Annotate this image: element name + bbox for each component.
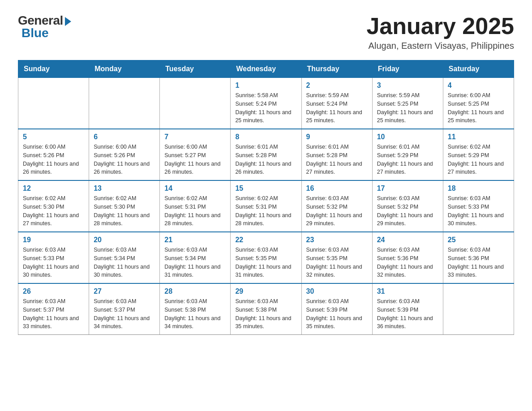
day-info: Sunrise: 6:00 AM Sunset: 5:26 PM Dayligh… — [94, 143, 155, 176]
calendar-cell: 24Sunrise: 6:03 AM Sunset: 5:36 PM Dayli… — [372, 232, 443, 283]
day-number: 2 — [306, 81, 368, 90]
day-info: Sunrise: 6:01 AM Sunset: 5:28 PM Dayligh… — [306, 143, 368, 176]
day-number: 30 — [306, 287, 368, 295]
calendar-header-sunday: Sunday — [18, 60, 89, 78]
calendar-cell: 31Sunrise: 6:03 AM Sunset: 5:39 PM Dayli… — [372, 283, 443, 335]
calendar-cell: 21Sunrise: 6:03 AM Sunset: 5:34 PM Dayli… — [160, 232, 231, 283]
calendar-cell: 16Sunrise: 6:03 AM Sunset: 5:32 PM Dayli… — [301, 180, 372, 232]
day-info: Sunrise: 6:02 AM Sunset: 5:31 PM Dayligh… — [164, 194, 226, 228]
day-number: 27 — [94, 287, 155, 295]
calendar-table: SundayMondayTuesdayWednesdayThursdayFrid… — [18, 60, 514, 335]
day-number: 1 — [235, 81, 296, 90]
title-section: January 2025 Alugan, Eastern Visayas, Ph… — [366, 13, 514, 51]
calendar-cell: 5Sunrise: 6:00 AM Sunset: 5:26 PM Daylig… — [18, 129, 89, 180]
calendar-cell — [18, 78, 89, 129]
day-info: Sunrise: 6:01 AM Sunset: 5:29 PM Dayligh… — [377, 143, 438, 176]
calendar-cell — [89, 78, 160, 129]
day-info: Sunrise: 6:03 AM Sunset: 5:38 PM Dayligh… — [235, 297, 296, 331]
day-info: Sunrise: 6:03 AM Sunset: 5:32 PM Dayligh… — [377, 194, 438, 228]
day-number: 21 — [164, 236, 226, 244]
calendar-cell: 30Sunrise: 6:03 AM Sunset: 5:39 PM Dayli… — [301, 283, 372, 335]
calendar-header-tuesday: Tuesday — [160, 60, 231, 78]
calendar-week-row: 19Sunrise: 6:03 AM Sunset: 5:33 PM Dayli… — [18, 232, 514, 283]
calendar-header-row: SundayMondayTuesdayWednesdayThursdayFrid… — [18, 60, 514, 78]
calendar-cell: 13Sunrise: 6:02 AM Sunset: 5:30 PM Dayli… — [89, 180, 160, 232]
calendar-cell: 10Sunrise: 6:01 AM Sunset: 5:29 PM Dayli… — [372, 129, 443, 180]
day-number: 14 — [164, 184, 226, 193]
day-number: 3 — [377, 81, 438, 90]
calendar-cell: 3Sunrise: 5:59 AM Sunset: 5:25 PM Daylig… — [372, 78, 443, 129]
day-info: Sunrise: 6:03 AM Sunset: 5:35 PM Dayligh… — [235, 246, 296, 279]
day-info: Sunrise: 5:58 AM Sunset: 5:24 PM Dayligh… — [235, 91, 296, 125]
day-number: 5 — [23, 133, 84, 141]
day-number: 15 — [235, 184, 296, 193]
calendar-cell: 15Sunrise: 6:02 AM Sunset: 5:31 PM Dayli… — [231, 180, 301, 232]
day-info: Sunrise: 6:00 AM Sunset: 5:26 PM Dayligh… — [23, 143, 84, 176]
logo: General Blue — [18, 13, 71, 40]
day-number: 11 — [448, 133, 509, 141]
calendar-cell: 2Sunrise: 5:59 AM Sunset: 5:24 PM Daylig… — [301, 78, 372, 129]
calendar-cell: 9Sunrise: 6:01 AM Sunset: 5:28 PM Daylig… — [301, 129, 372, 180]
day-number: 31 — [377, 287, 438, 295]
calendar-cell: 11Sunrise: 6:02 AM Sunset: 5:29 PM Dayli… — [443, 129, 514, 180]
calendar-cell: 19Sunrise: 6:03 AM Sunset: 5:33 PM Dayli… — [18, 232, 89, 283]
day-number: 29 — [235, 287, 296, 295]
calendar-header-wednesday: Wednesday — [231, 60, 301, 78]
day-number: 18 — [448, 184, 509, 193]
page-subtitle: Alugan, Eastern Visayas, Philippines — [366, 41, 514, 51]
day-number: 4 — [448, 81, 509, 90]
calendar-cell: 14Sunrise: 6:02 AM Sunset: 5:31 PM Dayli… — [160, 180, 231, 232]
calendar-cell: 17Sunrise: 6:03 AM Sunset: 5:32 PM Dayli… — [372, 180, 443, 232]
day-info: Sunrise: 6:03 AM Sunset: 5:37 PM Dayligh… — [23, 297, 84, 331]
day-number: 28 — [164, 287, 226, 295]
calendar-cell: 23Sunrise: 6:03 AM Sunset: 5:35 PM Dayli… — [301, 232, 372, 283]
day-number: 17 — [377, 184, 438, 193]
calendar-week-row: 1Sunrise: 5:58 AM Sunset: 5:24 PM Daylig… — [18, 78, 514, 129]
calendar-week-row: 12Sunrise: 6:02 AM Sunset: 5:30 PM Dayli… — [18, 180, 514, 232]
page-title: January 2025 — [366, 13, 514, 39]
logo-arrow-icon — [65, 17, 71, 26]
day-number: 24 — [377, 236, 438, 244]
day-number: 9 — [306, 133, 368, 141]
day-info: Sunrise: 6:03 AM Sunset: 5:36 PM Dayligh… — [377, 246, 438, 279]
calendar-cell: 28Sunrise: 6:03 AM Sunset: 5:38 PM Dayli… — [160, 283, 231, 335]
logo-blue-text: Blue — [21, 26, 49, 40]
day-info: Sunrise: 6:03 AM Sunset: 5:34 PM Dayligh… — [94, 246, 155, 279]
day-info: Sunrise: 6:03 AM Sunset: 5:32 PM Dayligh… — [306, 194, 368, 228]
calendar-header-thursday: Thursday — [301, 60, 372, 78]
day-info: Sunrise: 6:03 AM Sunset: 5:34 PM Dayligh… — [164, 246, 226, 279]
day-info: Sunrise: 6:02 AM Sunset: 5:31 PM Dayligh… — [235, 194, 296, 228]
page-header: General Blue January 2025 Alugan, Easter… — [18, 13, 514, 51]
day-number: 22 — [235, 236, 296, 244]
calendar-cell — [443, 283, 514, 335]
day-info: Sunrise: 5:59 AM Sunset: 5:25 PM Dayligh… — [377, 91, 438, 125]
calendar-header-monday: Monday — [89, 60, 160, 78]
day-number: 23 — [306, 236, 368, 244]
calendar-header-saturday: Saturday — [443, 60, 514, 78]
day-info: Sunrise: 6:03 AM Sunset: 5:33 PM Dayligh… — [448, 194, 509, 228]
day-number: 25 — [448, 236, 509, 244]
day-info: Sunrise: 6:03 AM Sunset: 5:39 PM Dayligh… — [377, 297, 438, 331]
day-info: Sunrise: 6:02 AM Sunset: 5:30 PM Dayligh… — [23, 194, 84, 228]
calendar-cell: 4Sunrise: 6:00 AM Sunset: 5:25 PM Daylig… — [443, 78, 514, 129]
calendar-week-row: 5Sunrise: 6:00 AM Sunset: 5:26 PM Daylig… — [18, 129, 514, 180]
calendar-cell: 8Sunrise: 6:01 AM Sunset: 5:28 PM Daylig… — [231, 129, 301, 180]
day-number: 8 — [235, 133, 296, 141]
calendar-cell: 29Sunrise: 6:03 AM Sunset: 5:38 PM Dayli… — [231, 283, 301, 335]
calendar-cell: 27Sunrise: 6:03 AM Sunset: 5:37 PM Dayli… — [89, 283, 160, 335]
day-info: Sunrise: 6:03 AM Sunset: 5:36 PM Dayligh… — [448, 246, 509, 279]
day-number: 20 — [94, 236, 155, 244]
day-number: 6 — [94, 133, 155, 141]
calendar-cell: 18Sunrise: 6:03 AM Sunset: 5:33 PM Dayli… — [443, 180, 514, 232]
calendar-cell: 25Sunrise: 6:03 AM Sunset: 5:36 PM Dayli… — [443, 232, 514, 283]
calendar-cell: 22Sunrise: 6:03 AM Sunset: 5:35 PM Dayli… — [231, 232, 301, 283]
day-info: Sunrise: 6:00 AM Sunset: 5:25 PM Dayligh… — [448, 91, 509, 125]
day-info: Sunrise: 6:01 AM Sunset: 5:28 PM Dayligh… — [235, 143, 296, 176]
calendar-cell: 7Sunrise: 6:00 AM Sunset: 5:27 PM Daylig… — [160, 129, 231, 180]
day-number: 12 — [23, 184, 84, 193]
calendar-cell: 12Sunrise: 6:02 AM Sunset: 5:30 PM Dayli… — [18, 180, 89, 232]
calendar-cell: 6Sunrise: 6:00 AM Sunset: 5:26 PM Daylig… — [89, 129, 160, 180]
calendar-cell: 26Sunrise: 6:03 AM Sunset: 5:37 PM Dayli… — [18, 283, 89, 335]
day-number: 7 — [164, 133, 226, 141]
calendar-header-friday: Friday — [372, 60, 443, 78]
